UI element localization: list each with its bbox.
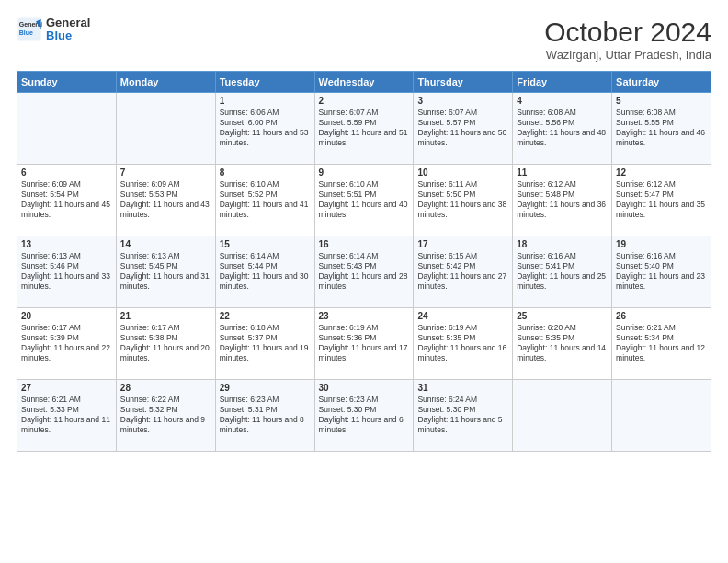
day-cell: 7Sunrise: 6:09 AMSunset: 5:53 PMDaylight… <box>116 165 215 236</box>
day-content-line: Daylight: 11 hours and 12 minutes. <box>616 343 707 363</box>
day-content-line: Sunset: 5:37 PM <box>220 333 311 343</box>
day-cell: 14Sunrise: 6:13 AMSunset: 5:45 PMDayligh… <box>116 236 215 308</box>
day-number: 15 <box>220 239 311 249</box>
day-cell: 30Sunrise: 6:23 AMSunset: 5:30 PMDayligh… <box>314 380 414 452</box>
day-cell: 10Sunrise: 6:11 AMSunset: 5:50 PMDayligh… <box>414 165 513 236</box>
day-content-line: Sunset: 5:38 PM <box>120 333 211 343</box>
day-number: 31 <box>417 383 508 393</box>
day-number: 17 <box>417 239 508 249</box>
day-number: 26 <box>616 311 707 321</box>
day-content-line: Sunrise: 6:16 AM <box>616 251 707 261</box>
calendar-table: SundayMondayTuesdayWednesdayThursdayFrid… <box>17 71 711 452</box>
day-content-line: Sunset: 5:57 PM <box>417 118 508 128</box>
day-cell: 9Sunrise: 6:10 AMSunset: 5:51 PMDaylight… <box>314 165 414 236</box>
day-cell: 20Sunrise: 6:17 AMSunset: 5:39 PMDayligh… <box>17 308 117 380</box>
day-content-line: Daylight: 11 hours and 40 minutes. <box>319 200 410 220</box>
day-cell: 26Sunrise: 6:21 AMSunset: 5:34 PMDayligh… <box>612 308 711 380</box>
day-content-line: Daylight: 11 hours and 8 minutes. <box>220 415 311 435</box>
header-day-tuesday: Tuesday <box>215 72 314 93</box>
day-number: 18 <box>517 239 608 249</box>
calendar-header-row: SundayMondayTuesdayWednesdayThursdayFrid… <box>17 72 711 93</box>
week-row-5: 27Sunrise: 6:21 AMSunset: 5:33 PMDayligh… <box>17 380 711 452</box>
day-number: 1 <box>220 96 311 106</box>
day-number: 11 <box>517 167 608 178</box>
day-content-line: Sunset: 5:59 PM <box>319 118 410 128</box>
day-content-line: Daylight: 11 hours and 43 minutes. <box>120 200 211 220</box>
day-content-line: Sunset: 5:44 PM <box>220 261 311 271</box>
day-number: 8 <box>220 167 311 178</box>
day-cell: 28Sunrise: 6:22 AMSunset: 5:32 PMDayligh… <box>116 380 215 452</box>
day-content-line: Sunrise: 6:21 AM <box>616 323 707 333</box>
header-day-sunday: Sunday <box>17 72 117 93</box>
day-content-line: Sunrise: 6:23 AM <box>220 395 311 405</box>
logo-icon: General Blue <box>17 17 42 42</box>
day-content-line: Sunset: 5:54 PM <box>21 190 112 200</box>
day-number: 9 <box>319 167 410 178</box>
calendar-page: General Blue General Blue October 2024 W… <box>0 0 728 563</box>
location: Wazirganj, Uttar Pradesh, India <box>544 48 711 62</box>
day-content-line: Daylight: 11 hours and 33 minutes. <box>21 271 112 292</box>
day-number: 6 <box>21 167 112 178</box>
day-content-line: Sunrise: 6:10 AM <box>220 179 311 190</box>
day-content-line: Sunrise: 6:16 AM <box>517 251 608 261</box>
day-content-line: Sunset: 5:39 PM <box>21 333 112 343</box>
calendar-body: 1Sunrise: 6:06 AMSunset: 6:00 PMDaylight… <box>17 93 711 452</box>
day-content-line: Daylight: 11 hours and 14 minutes. <box>517 343 608 363</box>
day-cell: 4Sunrise: 6:08 AMSunset: 5:56 PMDaylight… <box>513 93 612 165</box>
day-content-line: Sunrise: 6:23 AM <box>319 395 410 405</box>
logo-line2: Blue <box>46 29 90 42</box>
day-content-line: Sunset: 5:47 PM <box>616 190 707 200</box>
day-content-line: Sunrise: 6:08 AM <box>616 108 707 118</box>
day-content-line: Daylight: 11 hours and 28 minutes. <box>319 271 410 292</box>
day-cell <box>17 93 117 165</box>
day-content-line: Sunrise: 6:15 AM <box>417 251 508 261</box>
day-content-line: Sunrise: 6:24 AM <box>417 395 508 405</box>
day-content-line: Sunset: 5:36 PM <box>319 333 410 343</box>
day-content-line: Daylight: 11 hours and 22 minutes. <box>21 343 112 363</box>
day-content-line: Daylight: 11 hours and 35 minutes. <box>616 200 707 220</box>
day-content-line: Daylight: 11 hours and 51 minutes. <box>319 128 410 148</box>
day-cell <box>513 380 612 452</box>
day-cell: 29Sunrise: 6:23 AMSunset: 5:31 PMDayligh… <box>215 380 314 452</box>
day-number: 22 <box>220 311 311 321</box>
day-number: 13 <box>21 239 112 249</box>
day-content-line: Sunset: 5:35 PM <box>517 333 608 343</box>
day-content-line: Daylight: 11 hours and 48 minutes. <box>517 128 608 148</box>
day-number: 30 <box>319 383 410 393</box>
day-content-line: Sunrise: 6:13 AM <box>120 251 211 261</box>
day-cell: 15Sunrise: 6:14 AMSunset: 5:44 PMDayligh… <box>215 236 314 308</box>
day-content-line: Sunset: 5:53 PM <box>120 190 211 200</box>
day-number: 3 <box>417 96 508 106</box>
day-cell: 1Sunrise: 6:06 AMSunset: 6:00 PMDaylight… <box>215 93 314 165</box>
day-cell: 2Sunrise: 6:07 AMSunset: 5:59 PMDaylight… <box>314 93 414 165</box>
day-content-line: Sunrise: 6:12 AM <box>517 179 608 190</box>
day-content-line: Sunset: 5:56 PM <box>517 118 608 128</box>
logo: General Blue General Blue <box>17 17 90 43</box>
day-content-line: Sunrise: 6:11 AM <box>417 179 508 190</box>
day-number: 4 <box>517 96 608 106</box>
day-cell: 13Sunrise: 6:13 AMSunset: 5:46 PMDayligh… <box>17 236 117 308</box>
day-cell: 3Sunrise: 6:07 AMSunset: 5:57 PMDaylight… <box>414 93 513 165</box>
day-content-line: Daylight: 11 hours and 6 minutes. <box>319 415 410 435</box>
day-number: 5 <box>616 96 707 106</box>
day-content-line: Daylight: 11 hours and 9 minutes. <box>120 415 211 435</box>
day-content-line: Sunrise: 6:09 AM <box>120 179 211 190</box>
day-content-line: Sunset: 5:51 PM <box>319 190 410 200</box>
day-content-line: Daylight: 11 hours and 17 minutes. <box>319 343 410 363</box>
day-content-line: Sunset: 5:46 PM <box>21 261 112 271</box>
day-content-line: Sunrise: 6:17 AM <box>21 323 112 333</box>
day-number: 2 <box>319 96 410 106</box>
day-content-line: Sunset: 5:42 PM <box>417 261 508 271</box>
day-cell: 8Sunrise: 6:10 AMSunset: 5:52 PMDaylight… <box>215 165 314 236</box>
day-number: 21 <box>120 311 211 321</box>
day-content-line: Sunset: 5:50 PM <box>417 190 508 200</box>
day-content-line: Daylight: 11 hours and 23 minutes. <box>616 271 707 292</box>
day-cell: 18Sunrise: 6:16 AMSunset: 5:41 PMDayligh… <box>513 236 612 308</box>
header-day-friday: Friday <box>513 72 612 93</box>
day-cell: 24Sunrise: 6:19 AMSunset: 5:35 PMDayligh… <box>414 308 513 380</box>
day-number: 14 <box>120 239 211 249</box>
week-row-1: 1Sunrise: 6:06 AMSunset: 6:00 PMDaylight… <box>17 93 711 165</box>
day-number: 10 <box>417 167 508 178</box>
day-content-line: Daylight: 11 hours and 19 minutes. <box>220 343 311 363</box>
day-cell: 31Sunrise: 6:24 AMSunset: 5:30 PMDayligh… <box>414 380 513 452</box>
